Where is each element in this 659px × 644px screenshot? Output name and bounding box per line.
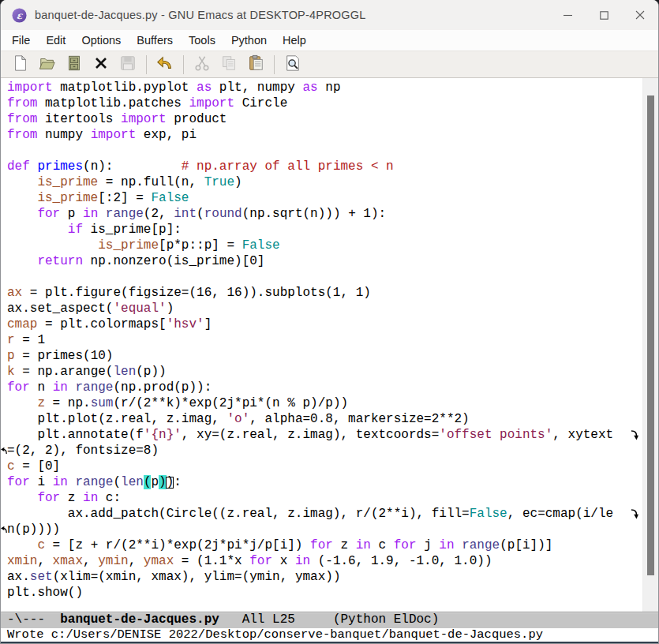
code-line[interactable]: for z in c: [1, 490, 643, 506]
open-folder-button[interactable] [37, 54, 58, 75]
editor-pane[interactable]: import matplotlib.pyplot as plt, numpy a… [1, 78, 658, 612]
code-line[interactable] [1, 143, 643, 159]
code-text: ax.set_aspect('equal') [7, 301, 174, 316]
code-line[interactable]: for n in range(np.prod(p)): [1, 380, 643, 395]
maximize-icon [600, 11, 608, 20]
code-line[interactable]: ax.set_aspect('equal') [1, 301, 643, 316]
menu-python[interactable]: Python [223, 32, 275, 49]
menu-buffers[interactable]: Buffers [129, 32, 181, 49]
menu-options[interactable]: Options [73, 32, 129, 49]
minimize-button[interactable] [549, 0, 586, 30]
code-text: is_prime[:2] = False [7, 190, 189, 206]
code-line[interactable]: from numpy import exp, pi [1, 127, 643, 143]
code-line[interactable]: for i in range(len(p)): [1, 474, 643, 490]
left-fringe [1, 506, 7, 522]
menu-file[interactable]: File [4, 32, 38, 49]
code-line[interactable]: =(2, 2), fontsize=8) [1, 443, 643, 459]
scrollbar-thumb[interactable] [647, 95, 654, 575]
menu-help[interactable]: Help [275, 32, 314, 49]
menu-bar: FileEditOptionsBuffersToolsPythonHelp [1, 30, 658, 51]
modeline-position-info: All L25 (Python ElDoc) [219, 612, 439, 627]
code-text: p = primes(10) [7, 348, 113, 364]
code-line[interactable]: z = np.sum(r/(2**k)*exp(2j*pi*(n % p)/p)… [1, 395, 643, 411]
code-text: plt.plot(z.real, z.imag, 'o', alpha=0.8,… [7, 411, 470, 427]
search-icon [284, 54, 301, 75]
code-line[interactable]: is_prime[:2] = False [1, 190, 643, 206]
code-line[interactable]: plt.plot(z.real, z.imag, 'o', alpha=0.8,… [1, 411, 643, 427]
code-line[interactable]: def primes(n): # np.array of all primes … [1, 159, 643, 174]
modeline-prefix: -\--- [7, 612, 60, 627]
left-fringe [1, 474, 7, 490]
code-text: import matplotlib.pyplot as plt, numpy a… [7, 80, 340, 95]
toolbar-separator [146, 55, 147, 74]
code-line[interactable]: is_prime = np.full(n, True) [1, 174, 643, 190]
code-line[interactable]: for p in range(2, int(round(np.sqrt(n)))… [1, 206, 643, 222]
left-fringe [1, 332, 7, 348]
code-line[interactable]: from matplotlib.patches import Circle [1, 95, 643, 111]
code-text: c = [0] [7, 459, 60, 474]
save-buffer-icon [119, 54, 137, 75]
code-line[interactable]: r = 1 [1, 332, 643, 348]
left-fringe [1, 222, 7, 238]
line-wrap-continuation-icon [1, 443, 7, 459]
code-line[interactable]: p = primes(10) [1, 348, 643, 364]
menu-tools[interactable]: Tools [181, 32, 223, 49]
code-area[interactable]: import matplotlib.pyplot as plt, numpy a… [1, 80, 643, 601]
code-line[interactable]: n(p)))) [1, 522, 643, 537]
menu-edit[interactable]: Edit [38, 32, 73, 49]
line-wrap-icon [631, 429, 638, 440]
text-cursor: ) [167, 475, 174, 489]
code-text: return np.nonzero(is_prime)[0] [7, 253, 264, 269]
dired-cabinet-button[interactable] [64, 54, 84, 75]
code-text: ax = plt.figure(figsize=(16, 16)).subplo… [7, 285, 371, 301]
close-button[interactable] [622, 0, 658, 30]
new-file-button[interactable] [10, 54, 31, 75]
vertical-scrollbar[interactable] [642, 78, 658, 612]
dired-cabinet-icon [66, 54, 83, 75]
echo-area: Wrote c:/Users/DENISE 2022/Desktop/conse… [1, 628, 658, 643]
code-line[interactable]: import matplotlib.pyplot as plt, numpy a… [1, 80, 643, 95]
code-line[interactable]: from itertools import product [1, 111, 643, 127]
code-text: is_prime = np.full(n, True) [7, 174, 242, 190]
code-line[interactable]: xmin, xmax, ymin, ymax = (1.1*x for x in… [1, 553, 643, 569]
modeline-buffer-name: banquet-de-Jacques.py [60, 612, 219, 627]
left-fringe [1, 537, 7, 553]
left-fringe [1, 395, 7, 411]
code-line[interactable]: is_prime[p*p::p] = False [1, 238, 643, 253]
toolbar-separator [183, 55, 184, 74]
caption-buttons [549, 0, 658, 30]
code-line[interactable]: ax = plt.figure(figsize=(16, 16)).subplo… [1, 285, 643, 301]
code-line[interactable]: c = [z + r/(2**i)*exp(2j*pi*j/p[i]) for … [1, 537, 643, 553]
code-line[interactable]: ax.set(xlim=(xmin, xmax), ylim=(ymin, ym… [1, 569, 643, 585]
code-text: plt.show() [7, 585, 83, 601]
maximize-button[interactable] [586, 0, 622, 30]
code-line[interactable]: ax.add_patch(Circle((z.real, z.imag), r/… [1, 506, 643, 522]
left-fringe [1, 380, 7, 395]
code-line[interactable]: plt.annotate(f'{n}', xy=(z.real, z.imag)… [1, 427, 643, 443]
search-button[interactable] [283, 54, 303, 75]
code-text: from itertools import product [7, 111, 227, 127]
echo-message: Wrote c:/Users/DENISE 2022/Desktop/conse… [7, 628, 543, 642]
emacs-logo-icon: ε [12, 8, 27, 23]
line-wrap-icon [631, 508, 638, 519]
title-bar: ε banquet-de-Jacques.py - GNU Emacs at D… [1, 0, 658, 30]
code-line[interactable]: k = np.arange(len(p)) [1, 364, 643, 380]
left-fringe [1, 316, 7, 332]
code-line[interactable]: if is_prime[p]: [1, 222, 643, 238]
code-text: plt.annotate(f'{n}', xy=(z.real, z.imag)… [7, 427, 613, 443]
code-line[interactable]: plt.show() [1, 585, 643, 601]
code-line[interactable]: c = [0] [1, 459, 643, 474]
left-fringe [1, 411, 7, 427]
close-buffer-button[interactable] [91, 54, 111, 75]
code-line[interactable]: return np.nonzero(is_prime)[0] [1, 253, 643, 269]
undo-button[interactable] [155, 54, 175, 75]
left-fringe [1, 95, 7, 111]
left-fringe [1, 348, 7, 364]
paste-button[interactable] [245, 54, 266, 75]
left-fringe [1, 206, 7, 222]
code-text: ax.set(xlim=(xmin, xmax), ylim=(ymin, ym… [7, 569, 340, 585]
code-text: for p in range(2, int(round(np.sqrt(n)))… [7, 206, 386, 222]
code-line[interactable] [1, 269, 643, 285]
left-fringe [1, 285, 7, 301]
code-line[interactable]: cmap = plt.colormaps['hsv'] [1, 316, 643, 332]
